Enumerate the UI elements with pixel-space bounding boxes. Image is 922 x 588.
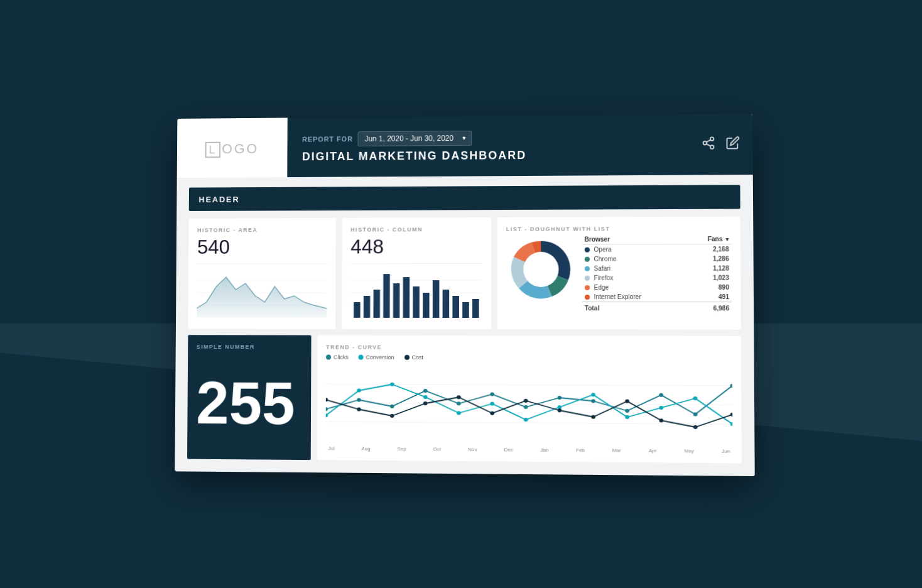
total-label: Total bbox=[582, 302, 687, 313]
total-value: 6,986 bbox=[687, 302, 732, 313]
charts-row-bottom: SIMPLE NUMBER 255 TREND - CURVE Clicks C… bbox=[187, 335, 742, 463]
browser-name: Firefox bbox=[582, 273, 687, 282]
browser-dot bbox=[585, 257, 590, 262]
svg-point-44 bbox=[423, 395, 428, 399]
svg-point-37 bbox=[625, 408, 629, 412]
x-label-sep: Sep bbox=[397, 446, 406, 452]
svg-point-63 bbox=[625, 399, 629, 403]
svg-point-43 bbox=[390, 382, 394, 386]
table-row: Opera 2,168 bbox=[582, 244, 732, 254]
browser-value: 1,128 bbox=[686, 263, 731, 273]
chart-area-label: HISTORIC - AREA bbox=[197, 226, 327, 232]
simple-number-card: SIMPLE NUMBER 255 bbox=[187, 335, 312, 460]
svg-point-34 bbox=[524, 405, 528, 408]
cost-label: Cost bbox=[412, 354, 423, 360]
svg-point-47 bbox=[524, 418, 528, 422]
svg-point-56 bbox=[390, 413, 394, 417]
browser-dot bbox=[585, 266, 590, 271]
svg-point-64 bbox=[659, 418, 663, 422]
x-label-feb: Feb bbox=[576, 447, 585, 453]
svg-rect-14 bbox=[383, 274, 390, 318]
trend-chart-svg bbox=[326, 365, 733, 443]
svg-point-49 bbox=[591, 393, 595, 396]
trend-card: TREND - CURVE Clicks Conversion Cost bbox=[317, 335, 742, 463]
svg-rect-23 bbox=[472, 299, 479, 318]
svg-point-36 bbox=[591, 399, 595, 403]
svg-point-65 bbox=[693, 425, 698, 428]
x-label-jan: Jan bbox=[540, 447, 548, 452]
x-axis-labels: Jul Aug Sep Oct Nov Dec Jan Feb Mar Apr … bbox=[326, 445, 733, 454]
column-chart-svg bbox=[350, 267, 482, 317]
trend-label: TREND - CURVE bbox=[326, 344, 732, 351]
svg-rect-13 bbox=[373, 290, 380, 318]
browser-name: Internet Explorer bbox=[582, 291, 687, 302]
svg-rect-12 bbox=[364, 295, 371, 317]
svg-line-4 bbox=[707, 139, 710, 142]
table-row: Internet Explorer 491 bbox=[582, 291, 732, 302]
table-row: Safari 1,128 bbox=[582, 263, 732, 273]
conversion-label: Conversion bbox=[366, 354, 394, 360]
x-label-jun: Jun bbox=[722, 448, 730, 454]
browser-name: Opera bbox=[582, 244, 687, 254]
charts-row-top: HISTORIC - AREA 540 bbox=[188, 216, 740, 329]
content-area: HEADER HISTORIC - AREA 540 bbox=[175, 175, 754, 476]
x-label-apr: Apr bbox=[649, 447, 657, 453]
browser-value: 1,023 bbox=[686, 273, 732, 282]
svg-point-58 bbox=[457, 395, 461, 399]
report-for-label: REPORT FOR bbox=[302, 134, 353, 142]
svg-point-29 bbox=[357, 398, 361, 401]
header-bar: LOGO REPORT FOR Jun 1, 2020 - Jun 30, 20… bbox=[177, 114, 753, 178]
svg-point-40 bbox=[730, 384, 732, 388]
header-icons bbox=[702, 136, 740, 153]
date-range-wrapper[interactable]: Jun 1, 2020 - Jun 30, 2020 bbox=[358, 130, 472, 146]
browser-dot bbox=[585, 295, 590, 300]
svg-point-1 bbox=[703, 141, 707, 144]
x-label-dec: Dec bbox=[504, 447, 513, 452]
dashboard-title: DIGITAL MARKETING DASHBOARD bbox=[302, 147, 737, 163]
logo-section: LOGO bbox=[177, 117, 288, 178]
conversion-dot bbox=[359, 354, 364, 359]
legend-conversion: Conversion bbox=[359, 354, 394, 360]
legend-clicks: Clicks bbox=[326, 354, 349, 360]
donut-table: Browser Fans ▾ bbox=[582, 234, 732, 312]
date-range-select[interactable]: Jun 1, 2020 - Jun 30, 2020 bbox=[358, 130, 472, 146]
x-label-may: May bbox=[684, 448, 694, 454]
sort-icon: ▾ bbox=[725, 236, 729, 242]
browser-name: Edge bbox=[582, 282, 687, 291]
svg-point-57 bbox=[423, 401, 428, 405]
chart-column-value: 448 bbox=[350, 235, 482, 258]
svg-rect-15 bbox=[393, 283, 400, 318]
browser-dot bbox=[585, 276, 590, 281]
svg-rect-11 bbox=[354, 302, 361, 317]
table-total-row: Total 6,986 bbox=[582, 302, 732, 313]
clicks-label: Clicks bbox=[334, 354, 349, 360]
dashboard-card: LOGO REPORT FOR Jun 1, 2020 - Jun 30, 20… bbox=[175, 114, 754, 476]
table-row: Chrome 1,286 bbox=[582, 254, 732, 263]
svg-rect-17 bbox=[413, 286, 420, 318]
svg-point-59 bbox=[490, 411, 494, 415]
svg-rect-18 bbox=[423, 293, 430, 318]
svg-point-38 bbox=[659, 393, 663, 396]
svg-point-55 bbox=[357, 407, 361, 411]
fans-col-header: Fans ▾ bbox=[686, 234, 731, 244]
section-header-text: HEADER bbox=[198, 195, 239, 204]
svg-point-54 bbox=[326, 398, 328, 401]
browser-dot bbox=[585, 285, 590, 290]
chart-column-card: HISTORIC - COLUMN 448 bbox=[342, 217, 491, 329]
svg-point-33 bbox=[490, 392, 494, 396]
area-chart-svg bbox=[197, 268, 327, 317]
header-right: REPORT FOR Jun 1, 2020 - Jun 30, 2020 DI… bbox=[287, 114, 752, 177]
simple-number-value: 255 bbox=[196, 354, 303, 450]
table-row: Firefox 1,023 bbox=[582, 273, 732, 282]
browser-dot bbox=[585, 248, 590, 253]
edit-icon[interactable] bbox=[725, 136, 740, 153]
donut-svg bbox=[506, 234, 576, 303]
svg-line-26 bbox=[326, 403, 732, 405]
clicks-dot bbox=[326, 354, 331, 359]
share-icon[interactable] bbox=[702, 136, 716, 153]
svg-rect-19 bbox=[433, 280, 440, 318]
table-row: Edge 890 bbox=[582, 282, 732, 291]
donut-chart-wrapper bbox=[506, 234, 576, 303]
x-label-oct: Oct bbox=[433, 446, 441, 452]
svg-point-46 bbox=[490, 401, 494, 405]
